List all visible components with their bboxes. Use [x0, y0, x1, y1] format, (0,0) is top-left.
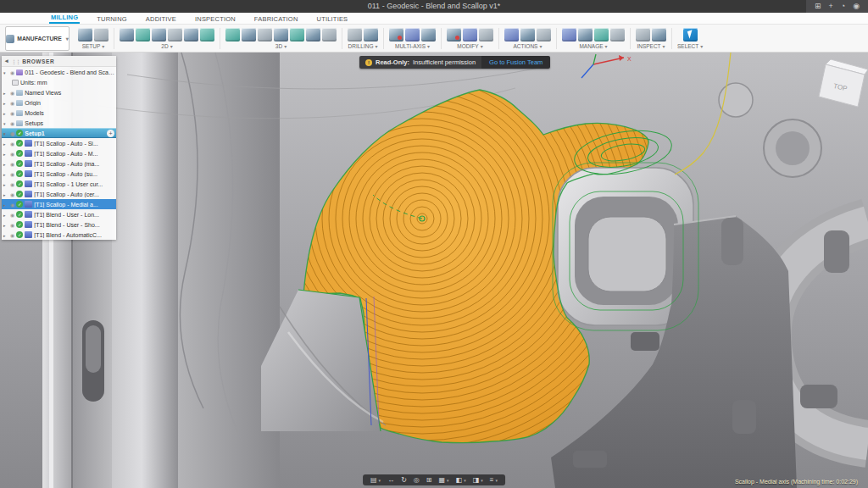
group-label-drilling[interactable]: DRILLING	[348, 43, 378, 49]
expand-icon[interactable]	[3, 120, 8, 126]
group-label-2d[interactable]: 2D	[161, 43, 172, 49]
toolpath-item-selected[interactable]: [T1] Scallop - Medial a...	[2, 199, 116, 209]
pan-icon[interactable]: ↔	[387, 474, 394, 485]
scallop-icon[interactable]	[274, 28, 288, 42]
visibility-icon[interactable]	[10, 69, 14, 75]
tab-additive[interactable]: ADDITIVE	[144, 14, 178, 24]
visibility-icon[interactable]	[10, 90, 14, 96]
expand-icon[interactable]	[3, 69, 8, 75]
trace-icon[interactable]	[200, 28, 214, 42]
2d-pocket-icon[interactable]	[152, 28, 166, 42]
group-label-actions[interactable]: ACTIONS	[514, 43, 542, 49]
swarf-icon[interactable]	[389, 28, 403, 42]
expand-icon[interactable]	[3, 222, 8, 228]
tree-item-named-views[interactable]: Named Views	[2, 87, 116, 97]
grid-icon[interactable]: ⊞	[815, 0, 821, 13]
3d-pocket-icon[interactable]	[242, 28, 256, 42]
slot-icon[interactable]	[184, 28, 198, 42]
profile-icon[interactable]: ◉	[853, 0, 860, 13]
expand-icon[interactable]	[3, 212, 8, 218]
parallel-icon[interactable]	[258, 28, 272, 42]
toolpath-item[interactable]: [T1] Blend - User - Lon...	[2, 209, 116, 219]
grid-display-icon[interactable]: ▦	[439, 474, 449, 486]
expand-icon[interactable]	[3, 232, 8, 238]
face-icon[interactable]	[120, 28, 134, 42]
select-cursor-icon[interactable]	[683, 28, 698, 42]
adaptive-clearing-icon[interactable]	[225, 28, 240, 42]
fusion-team-link[interactable]: Go to Fusion Team	[481, 56, 550, 69]
notifications-icon[interactable]: ◔	[841, 0, 845, 13]
tab-milling[interactable]: MILLING	[49, 12, 80, 24]
tree-item-models[interactable]: Models	[2, 108, 116, 118]
toolpath-item[interactable]: [T1] Scallop - Auto - M...	[2, 148, 116, 158]
setup-folder-icon[interactable]	[94, 28, 108, 42]
expand-icon[interactable]	[3, 181, 8, 187]
toolpath-item[interactable]: [T1] Scallop - 1 User cur...	[2, 179, 116, 189]
expand-icon[interactable]	[3, 171, 8, 177]
tab-inspection[interactable]: INSPECTION	[193, 14, 237, 24]
group-label-setup[interactable]: SETUP	[82, 43, 105, 49]
visibility-icon[interactable]	[10, 161, 14, 167]
simulate-icon[interactable]	[520, 28, 535, 42]
tree-item-setups[interactable]: Setups	[2, 118, 116, 128]
post-process-icon[interactable]	[537, 28, 551, 42]
measure-icon[interactable]	[636, 28, 650, 42]
orbit-icon[interactable]: ↻	[401, 474, 407, 485]
flow-icon[interactable]	[405, 28, 420, 42]
2d-adaptive-icon[interactable]	[136, 28, 150, 42]
viewport[interactable]: X TOP ! Read-Only: Insufficient permissi…	[0, 53, 868, 488]
group-label-3d[interactable]: 3D	[275, 43, 287, 49]
toolpath-item[interactable]: [T1] Scallop - Auto (cer...	[2, 189, 116, 199]
expand-icon[interactable]	[3, 202, 8, 208]
viewports-icon[interactable]: ◧	[456, 474, 466, 486]
tab-utilities[interactable]: UTILITIES	[315, 14, 350, 24]
new-setup-icon[interactable]	[78, 28, 92, 42]
new-operation-icon[interactable]	[107, 130, 114, 137]
navigation-menu-icon[interactable]: ≡	[490, 474, 498, 486]
tree-item-units[interactable]: Units: mm	[2, 77, 116, 87]
expand-icon[interactable]	[3, 130, 8, 136]
tree-item-origin[interactable]: Origin	[2, 97, 116, 108]
machine-library-icon[interactable]	[610, 28, 625, 42]
blend-icon[interactable]	[322, 28, 337, 42]
group-label-manage[interactable]: MANAGE	[579, 43, 607, 49]
visibility-icon[interactable]	[10, 212, 14, 218]
zoom-window-icon[interactable]: ⊞	[426, 474, 432, 485]
bore-icon[interactable]	[364, 28, 378, 42]
collapse-panel-icon[interactable]	[5, 58, 8, 64]
morph-icon[interactable]	[306, 28, 320, 42]
display-settings-icon[interactable]: ▤	[370, 474, 381, 486]
feed-optimization-icon[interactable]	[479, 28, 493, 42]
expand-icon[interactable]	[3, 141, 8, 147]
expand-icon[interactable]	[3, 161, 8, 167]
tab-turning[interactable]: TURNING	[95, 14, 129, 24]
visibility-icon[interactable]	[10, 100, 14, 106]
generate-icon[interactable]	[504, 28, 519, 42]
visibility-icon[interactable]	[10, 120, 14, 126]
toolpath-item[interactable]: [T1] Blend - AutomaticC...	[2, 230, 116, 240]
nc-program-icon[interactable]	[594, 28, 609, 42]
visibility-icon[interactable]	[10, 110, 14, 116]
group-label-multiaxis[interactable]: MULTI-AXIS	[395, 43, 430, 49]
toolpath-item[interactable]: [T1] Scallop - Auto (su...	[2, 169, 116, 179]
visibility-icon[interactable]	[10, 202, 14, 208]
tool-library-icon[interactable]	[562, 28, 576, 42]
toolpath-item[interactable]: [T1] Scallop - Auto - Si...	[2, 138, 116, 148]
look-at-icon[interactable]: ◎	[414, 474, 420, 485]
layout-icon[interactable]: ◨	[473, 474, 483, 486]
visibility-icon[interactable]	[10, 222, 14, 228]
expand-icon[interactable]	[3, 110, 8, 116]
rotary-icon[interactable]	[421, 28, 436, 42]
template-icon[interactable]	[578, 28, 593, 42]
visibility-icon[interactable]	[10, 171, 14, 177]
tree-item-document[interactable]: 011 - Geodesic - Blend and Scallop v1	[2, 67, 116, 77]
group-label-inspect[interactable]: INSPECT	[637, 43, 665, 49]
group-label-select[interactable]: SELECT	[677, 43, 703, 49]
delete-passes-icon[interactable]	[463, 28, 477, 42]
probe-icon[interactable]	[652, 28, 666, 42]
add-icon[interactable]: +	[828, 0, 832, 13]
expand-icon[interactable]	[3, 90, 8, 96]
visibility-icon[interactable]	[10, 141, 14, 147]
toolpath-item[interactable]: [T1] Scallop - Auto (ma...	[2, 158, 116, 169]
drill-icon[interactable]	[348, 28, 362, 42]
